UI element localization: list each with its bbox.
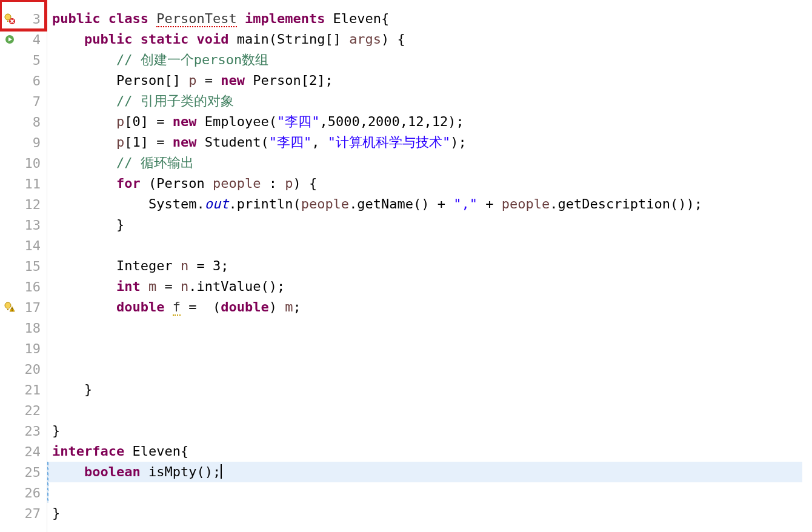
gutter-line[interactable]: 10 [0, 153, 47, 173]
gutter-line[interactable]: 4 [0, 29, 47, 50]
code-area[interactable]: public class PersonTest implements Eleve… [47, 0, 802, 532]
svg-rect-1 [7, 21, 8, 22]
gutter-line[interactable]: 5 [0, 50, 47, 70]
code-line[interactable]: p[1] = new Student("李四", "计算机科学与技术"); [47, 132, 802, 153]
code-line[interactable]: boolean isMpty(); [47, 462, 802, 482]
code-line[interactable]: for (Person people : p) { [47, 173, 802, 194]
code-line[interactable]: // 循环输出 [47, 153, 802, 173]
keyword-token: new [173, 135, 197, 150]
code-line[interactable]: interface Eleven{ [47, 441, 802, 462]
gutter-line[interactable]: 24 [0, 441, 47, 462]
gutter-line[interactable]: 11 [0, 173, 47, 194]
code-line[interactable]: } [47, 421, 802, 441]
comment-token: // 引用子类的对象 [116, 93, 234, 108]
text-token: } [52, 423, 60, 438]
error-token: PersonTest [156, 11, 236, 27]
gutter-line[interactable]: 21 [0, 379, 47, 400]
text-token: Person[2]; [245, 73, 333, 88]
text-token: } [52, 217, 124, 232]
text-token: ,5000,2000,12,12); [319, 114, 464, 129]
gutter[interactable]: 3456789101112131415161718192021222324252… [0, 0, 47, 532]
line-number: 25 [25, 465, 41, 480]
gutter-line[interactable]: 26 [0, 482, 47, 503]
variable-token: args [349, 32, 381, 47]
line-number: 5 [33, 53, 41, 68]
error-icon[interactable] [4, 13, 16, 25]
gutter-line[interactable]: 13 [0, 214, 47, 235]
gutter-line[interactable]: 18 [0, 318, 47, 338]
text-token: .getName() + [349, 196, 453, 211]
run-icon[interactable] [4, 33, 16, 45]
gutter-line[interactable]: 7 [0, 91, 47, 111]
line-number: 10 [25, 156, 41, 171]
string-token: "," [453, 196, 478, 211]
code-line[interactable] [47, 482, 802, 503]
text-caret [221, 464, 222, 479]
overview-ruler[interactable] [802, 0, 812, 532]
code-line[interactable]: } [47, 379, 802, 400]
change-marker [47, 482, 48, 503]
code-line[interactable]: public static void main(String[] args) { [47, 29, 802, 50]
gutter-line[interactable]: 15 [0, 256, 47, 276]
code-line[interactable]: p[0] = new Employee("李四",5000,2000,12,12… [47, 111, 802, 132]
code-line[interactable]: Person[] p = new Person[2]; [47, 70, 802, 91]
warning-icon[interactable] [4, 301, 16, 313]
static-field-token: out [205, 196, 229, 211]
text-token [100, 11, 108, 26]
code-line[interactable]: public class PersonTest implements Eleve… [47, 8, 802, 29]
text-token [52, 32, 84, 47]
text-token [52, 464, 84, 479]
code-editor[interactable]: 3456789101112131415161718192021222324252… [0, 0, 812, 532]
text-token: } [52, 382, 92, 397]
keyword-token: new [221, 73, 245, 88]
gutter-line[interactable]: 25 [0, 462, 47, 482]
keyword-token: class [108, 11, 148, 26]
text-token: = [156, 279, 181, 294]
text-token [164, 299, 172, 314]
text-token [148, 11, 156, 26]
gutter-line[interactable]: 19 [0, 338, 47, 359]
text-token: = [196, 73, 221, 88]
line-number: 11 [25, 176, 41, 191]
code-line[interactable] [47, 318, 802, 338]
code-line[interactable] [47, 235, 802, 256]
text-token: Student( [196, 135, 268, 150]
code-line[interactable]: // 引用子类的对象 [47, 91, 802, 111]
comment-token: // 循环输出 [116, 155, 194, 170]
text-token: [0] = [124, 114, 172, 129]
variable-token: n [181, 279, 188, 294]
gutter-line[interactable]: 12 [0, 194, 47, 214]
line-number: 6 [33, 73, 41, 88]
line-number: 14 [25, 238, 41, 253]
gutter-line[interactable]: 23 [0, 421, 47, 441]
gutter-line[interactable]: 17 [0, 297, 47, 318]
line-number: 24 [25, 444, 41, 459]
gutter-line[interactable]: 16 [0, 276, 47, 297]
gutter-line[interactable]: 27 [0, 503, 47, 524]
text-token [237, 11, 245, 26]
gutter-line[interactable]: 6 [0, 70, 47, 91]
code-line[interactable]: int m = n.intValue(); [47, 276, 802, 297]
keyword-token: new [173, 114, 197, 129]
line-number: 3 [33, 12, 41, 27]
text-token [52, 279, 116, 294]
code-line[interactable] [47, 359, 802, 379]
gutter-line[interactable]: 9 [0, 132, 47, 153]
text-token: main(String[] [228, 32, 349, 47]
gutter-line[interactable]: 22 [0, 400, 47, 421]
code-line[interactable]: } [47, 503, 802, 524]
gutter-line[interactable]: 20 [0, 359, 47, 379]
gutter-line[interactable]: 14 [0, 235, 47, 256]
code-line[interactable] [47, 400, 802, 421]
code-line[interactable]: Integer n = 3; [47, 256, 802, 276]
gutter-line[interactable]: 8 [0, 111, 47, 132]
gutter-line[interactable]: 3 [0, 8, 47, 29]
code-line[interactable]: // 创建一个person数组 [47, 50, 802, 70]
code-line[interactable]: } [47, 214, 802, 235]
code-line[interactable]: double f = (double) m; [47, 297, 802, 318]
text-token: Eleven{ [124, 444, 188, 459]
svg-rect-6 [12, 308, 12, 310]
code-line[interactable]: System.out.println(people.getName() + ",… [47, 194, 802, 214]
variable-token: p [285, 176, 293, 191]
code-line[interactable] [47, 338, 802, 359]
